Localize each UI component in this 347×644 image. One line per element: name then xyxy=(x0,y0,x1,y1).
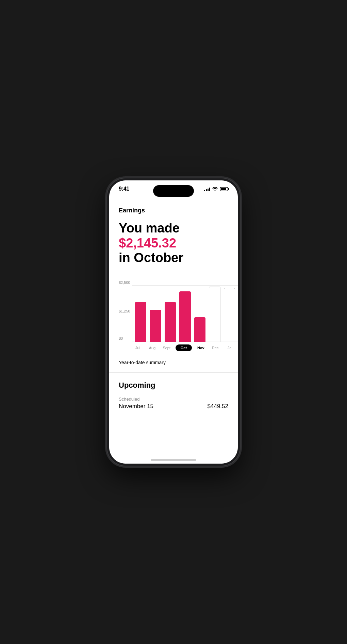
x-label-jan[interactable]: Ja xyxy=(224,346,235,350)
screen-content[interactable]: Earnings You made $2,145.32 in October $… xyxy=(109,201,238,464)
x-label-oct[interactable]: Oct xyxy=(176,344,192,351)
signal-icon xyxy=(204,187,210,191)
bar-sept xyxy=(165,302,176,342)
bar-oct xyxy=(179,291,191,342)
chart-y-label-0: $0 xyxy=(119,336,123,340)
year-to-date-link[interactable]: Year-to-date summary xyxy=(119,360,166,365)
status-time: 9:41 xyxy=(119,186,129,192)
x-label-aug[interactable]: Aug xyxy=(147,346,158,350)
bar-dec xyxy=(209,287,220,342)
phone-frame: 9:41 xyxy=(107,178,240,466)
scheduled-date: November 15 xyxy=(119,403,153,410)
scheduled-label: Scheduled xyxy=(119,397,228,402)
dynamic-island xyxy=(153,185,194,197)
home-indicator[interactable] xyxy=(151,459,196,461)
earnings-section: Earnings You made $2,145.32 in October xyxy=(109,204,238,274)
year-to-date-section: Year-to-date summary xyxy=(109,359,238,372)
chart-bars-area xyxy=(132,280,238,342)
chart-bar-sept[interactable] xyxy=(165,302,176,342)
x-label-jul[interactable]: Jul xyxy=(132,346,143,350)
wifi-icon xyxy=(212,187,218,192)
battery-icon xyxy=(220,187,228,191)
earnings-amount: $2,145.32 xyxy=(119,236,228,251)
chart-grid: $2,500 $1,250 $0 xyxy=(119,280,238,342)
chart-x-labels: Jul Aug Sept Oct Nov Dec Ja xyxy=(119,344,238,351)
bar-aug xyxy=(150,310,161,342)
scheduled-amount: $449.52 xyxy=(208,403,228,410)
chart-bar-dec[interactable] xyxy=(209,287,220,342)
upcoming-title: Upcoming xyxy=(119,381,228,390)
earnings-headline: You made $2,145.32 in October xyxy=(119,221,228,265)
chart-bar-jan[interactable] xyxy=(224,288,235,342)
phone-screen: 9:41 xyxy=(109,180,238,464)
earnings-title: Earnings xyxy=(119,207,228,214)
headline-prefix: You made xyxy=(119,221,180,235)
x-label-dec[interactable]: Dec xyxy=(210,346,220,350)
x-label-nov[interactable]: Nov xyxy=(195,346,206,350)
x-label-sept[interactable]: Sept xyxy=(161,346,172,350)
upcoming-section: Upcoming Scheduled November 15 $449.52 xyxy=(109,373,238,418)
chart-bar-aug[interactable] xyxy=(150,310,161,342)
chart-bar-nov[interactable] xyxy=(194,317,205,342)
chart-y-label-2500: $2,500 xyxy=(119,280,130,285)
chart-bar-jul[interactable] xyxy=(135,302,146,342)
status-icons xyxy=(204,187,228,192)
bar-nov xyxy=(194,317,205,342)
chart-container[interactable]: $2,500 $1,250 $0 xyxy=(109,274,238,359)
chart-bar-oct[interactable] xyxy=(179,291,191,342)
scheduled-row: November 15 $449.52 xyxy=(119,403,228,410)
chart-y-label-1250: $1,250 xyxy=(119,309,130,313)
bar-jan xyxy=(224,288,235,342)
bar-jul xyxy=(135,302,146,342)
earnings-period: in October xyxy=(119,251,228,265)
